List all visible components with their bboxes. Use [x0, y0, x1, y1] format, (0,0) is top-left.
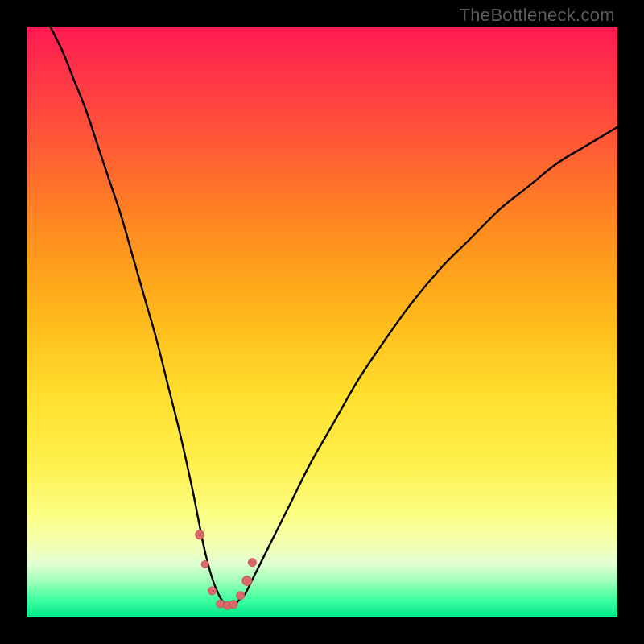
plot-area	[27, 27, 617, 617]
curve-marker	[201, 560, 208, 568]
marker-group	[196, 530, 257, 610]
chart-frame: TheBottleneck.com	[0, 0, 644, 644]
bottleneck-curve-svg	[27, 27, 617, 617]
curve-marker	[208, 587, 216, 595]
curve-marker	[248, 559, 256, 567]
curve-marker	[242, 576, 252, 585]
curve-marker	[237, 592, 245, 600]
watermark-text: TheBottleneck.com	[460, 5, 615, 26]
curve-marker	[196, 530, 204, 539]
bottleneck-curve	[50, 27, 617, 606]
curve-marker	[229, 601, 237, 609]
